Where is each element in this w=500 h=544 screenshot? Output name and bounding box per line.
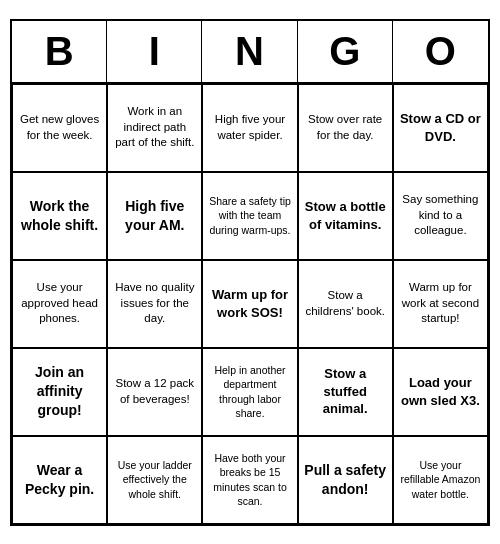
bingo-cell-4: Stow a CD or DVD.	[393, 84, 488, 172]
bingo-cell-19: Load your own sled X3.	[393, 348, 488, 436]
bingo-letter-B: B	[12, 21, 107, 82]
bingo-letter-G: G	[298, 21, 393, 82]
bingo-cell-10: Use your approved head phones.	[12, 260, 107, 348]
bingo-cell-24: Use your refillable Amazon water bottle.	[393, 436, 488, 524]
bingo-cell-14: Warm up for work at second startup!	[393, 260, 488, 348]
bingo-cell-9: Say something kind to a colleague.	[393, 172, 488, 260]
bingo-letter-I: I	[107, 21, 202, 82]
bingo-cell-23: Pull a safety andon!	[298, 436, 393, 524]
bingo-cell-2: High five your water spider.	[202, 84, 297, 172]
bingo-cell-1: Work in an indirect path part of the shi…	[107, 84, 202, 172]
bingo-cell-0: Get new gloves for the week.	[12, 84, 107, 172]
bingo-cell-21: Use your ladder effectively the whole sh…	[107, 436, 202, 524]
bingo-card: BINGO Get new gloves for the week.Work i…	[10, 19, 490, 526]
bingo-letter-O: O	[393, 21, 488, 82]
bingo-cell-15: Join an affinity group!	[12, 348, 107, 436]
bingo-cell-12: Warm up for work SOS!	[202, 260, 297, 348]
bingo-cell-3: Stow over rate for the day.	[298, 84, 393, 172]
bingo-cell-18: Stow a stuffed animal.	[298, 348, 393, 436]
bingo-cell-20: Wear a Pecky pin.	[12, 436, 107, 524]
bingo-cell-5: Work the whole shift.	[12, 172, 107, 260]
bingo-header: BINGO	[12, 21, 488, 84]
bingo-cell-22: Have both your breaks be 15 minutes scan…	[202, 436, 297, 524]
bingo-cell-16: Stow a 12 pack of beverages!	[107, 348, 202, 436]
bingo-grid: Get new gloves for the week.Work in an i…	[12, 84, 488, 524]
bingo-cell-7: Share a safety tip with the team during …	[202, 172, 297, 260]
bingo-cell-6: High five your AM.	[107, 172, 202, 260]
bingo-letter-N: N	[202, 21, 297, 82]
bingo-cell-13: Stow a childrens' book.	[298, 260, 393, 348]
bingo-cell-8: Stow a bottle of vitamins.	[298, 172, 393, 260]
bingo-cell-11: Have no quality issues for the day.	[107, 260, 202, 348]
bingo-cell-17: Help in another department through labor…	[202, 348, 297, 436]
